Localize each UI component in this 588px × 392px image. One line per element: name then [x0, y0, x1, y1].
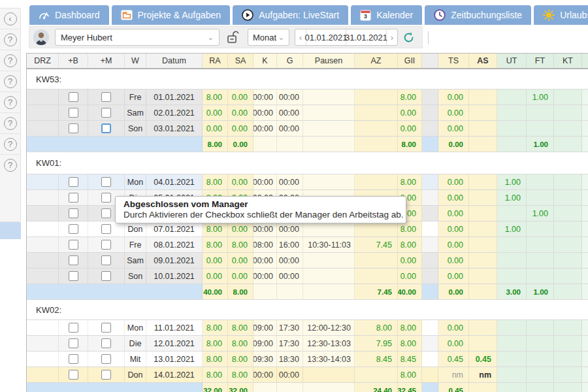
next-period-button[interactable]: › — [387, 33, 397, 42]
column-header-gii[interactable]: GII — [398, 54, 422, 68]
lock-open-button[interactable] — [225, 30, 240, 44]
cell-pausen — [303, 269, 355, 284]
tab-aufgaben-livestart[interactable]: Aufgaben: LiveStart — [233, 5, 348, 25]
manager-checkbox[interactable] — [101, 370, 111, 380]
cell-as — [469, 206, 497, 221]
day-row-01.01.2021[interactable]: Fre01.01.20218.000.0000:0000:008.000.001… — [27, 90, 588, 105]
tab-label: Aufgaben: LiveStart — [259, 10, 339, 20]
column-header-drz[interactable]: DRZ — [27, 54, 59, 68]
cell-w: Mon — [125, 174, 146, 189]
booked-checkbox[interactable] — [69, 338, 78, 348]
manager-checkbox[interactable] — [101, 354, 111, 364]
tab-projekte-aufgaben[interactable]: Projekte & Aufgaben — [112, 5, 231, 25]
tab-bar: Dashboard Projekte & Aufgaben Aufgaben: … — [29, 5, 588, 25]
booked-checkbox[interactable] — [69, 177, 78, 187]
column-header-pausen[interactable]: Pausen — [303, 54, 355, 68]
manager-checkbox[interactable] — [101, 271, 111, 281]
tab-kalender[interactable]: 3 Kalender — [351, 5, 422, 25]
cell-ft — [527, 320, 554, 335]
cell-gii: 32.45 — [398, 383, 422, 392]
manager-checkbox[interactable] — [101, 177, 111, 187]
cell-b — [59, 174, 88, 189]
column-header-g[interactable]: G — [277, 54, 303, 68]
cell-m — [88, 320, 125, 335]
day-row-08.01.2021[interactable]: Fre08.01.20218.008.0008:0016:0010:30-11:… — [27, 237, 588, 253]
cell-sa: 0.00 — [228, 121, 253, 136]
column-header-st[interactable]: S — [582, 54, 588, 68]
cell-drz — [27, 269, 59, 284]
day-row-02.01.2021[interactable]: Sam02.01.20210.000.0000:0000:000.000.00 — [27, 105, 588, 121]
booked-checkbox[interactable] — [69, 224, 78, 234]
manager-checkbox[interactable] — [101, 255, 111, 265]
column-header-as[interactable]: AS — [469, 54, 497, 68]
column-header-sa[interactable]: SA — [228, 54, 253, 68]
cell-st — [582, 105, 588, 120]
booked-checkbox[interactable] — [69, 323, 78, 333]
tab-urlaubsplaner[interactable]: Urlaubsplaner — [534, 5, 588, 25]
day-row-09.01.2021[interactable]: Sam09.01.20210.000.0000:0000:000.000.00 — [27, 253, 588, 269]
manager-checkbox[interactable] — [101, 224, 111, 234]
day-row-13.01.2021[interactable]: Mit13.01.20218.008.0009:3018:3013:30-14:… — [27, 351, 588, 367]
day-row-11.01.2021[interactable]: Mon11.01.20218.008.0009:0017:3012:00-12:… — [27, 320, 588, 336]
manager-checkbox[interactable] — [101, 108, 111, 118]
manager-checkbox[interactable] — [101, 323, 111, 333]
employee-select[interactable]: Meyer Hubert ⌄ — [55, 29, 220, 46]
manager-checkbox[interactable] — [101, 240, 111, 250]
day-row-04.01.2021[interactable]: Mon04.01.20218.000.0000:0000:008.000.001… — [27, 174, 588, 190]
sidebar-active-indicator[interactable] — [0, 222, 21, 239]
date-to-input[interactable]: 31.01.2021 — [346, 29, 387, 45]
column-header-ft[interactable]: FT — [527, 54, 554, 68]
column-header-kt[interactable]: KT — [554, 54, 582, 68]
booked-checkbox[interactable] — [69, 255, 78, 265]
column-header-ra[interactable]: RA — [203, 54, 228, 68]
sidebar-help-button-1[interactable]: ? — [0, 29, 20, 50]
column-header-ut[interactable]: UT — [497, 54, 527, 68]
booked-checkbox[interactable] — [69, 240, 78, 250]
day-row-10.01.2021[interactable]: Son10.01.20210.000.0000:0000:000.000.00 — [27, 269, 588, 284]
booked-checkbox[interactable] — [69, 108, 78, 118]
manager-checkbox[interactable] — [101, 123, 111, 133]
sidebar-help-button-6[interactable]: ? — [0, 134, 20, 155]
sidebar-collapse-button[interactable]: ‹ — [0, 8, 20, 29]
column-header-m[interactable]: +M — [88, 54, 125, 68]
week-summary-row: 32.0032.0024.4032.450.45 — [27, 383, 588, 392]
user-avatar[interactable] — [33, 29, 49, 45]
cell-st — [582, 269, 588, 284]
booked-checkbox[interactable] — [69, 123, 78, 133]
cell-w: Mit — [125, 351, 146, 367]
booked-checkbox[interactable] — [69, 208, 78, 218]
day-row-07.01.2021[interactable]: Don07.01.20218.000.0000:0000:008.000.001… — [27, 221, 588, 237]
booked-checkbox[interactable] — [69, 354, 78, 364]
manager-checkbox[interactable] — [101, 338, 111, 348]
manager-checkbox[interactable] — [101, 92, 111, 102]
sidebar-help-button-2[interactable]: ? — [0, 50, 20, 71]
column-header-az[interactable]: AZ — [355, 54, 398, 68]
manager-checkbox[interactable] — [101, 208, 111, 218]
cell-ts: 0.00 — [438, 253, 469, 268]
tab-dashboard[interactable]: Dashboard — [29, 5, 109, 25]
period-select[interactable]: Monat ⌄ — [248, 29, 289, 46]
column-header-ts[interactable]: TS — [438, 54, 469, 68]
day-row-12.01.2021[interactable]: Die12.01.20218.008.0009:0017:3012:30-13:… — [27, 336, 588, 351]
day-row-14.01.2021[interactable]: Don14.01.20218.008.0000:0000:008.00nmnm — [27, 367, 588, 383]
day-row-03.01.2021[interactable]: Son03.01.20210.000.0000:0000:000.000.00 — [27, 121, 588, 137]
booked-checkbox[interactable] — [69, 92, 78, 102]
manager-checkbox[interactable] — [101, 193, 111, 203]
sidebar-help-button-7[interactable]: ? — [0, 155, 20, 176]
sidebar-help-button-3[interactable]: ? — [0, 71, 20, 92]
column-header-w[interactable]: W — [125, 54, 146, 68]
column-header-k[interactable]: K — [253, 54, 277, 68]
sidebar-help-button-5[interactable]: ? — [0, 113, 20, 134]
cell-sa: 0.00 — [228, 221, 253, 237]
column-header-datum[interactable]: Datum — [146, 54, 203, 68]
folder-icon — [121, 10, 133, 20]
tab-zeitbuchungsliste[interactable]: Zeitbuchungsliste — [425, 5, 531, 25]
refresh-button[interactable] — [402, 31, 415, 44]
date-from-input[interactable]: 01.01.2021 — [306, 29, 346, 45]
column-header-spacer[interactable] — [422, 54, 438, 68]
booked-checkbox[interactable] — [69, 193, 78, 203]
column-header-b[interactable]: +B — [59, 54, 88, 68]
sidebar-help-button-4[interactable]: ? — [0, 92, 20, 113]
booked-checkbox[interactable] — [69, 370, 78, 380]
booked-checkbox[interactable] — [69, 271, 78, 281]
